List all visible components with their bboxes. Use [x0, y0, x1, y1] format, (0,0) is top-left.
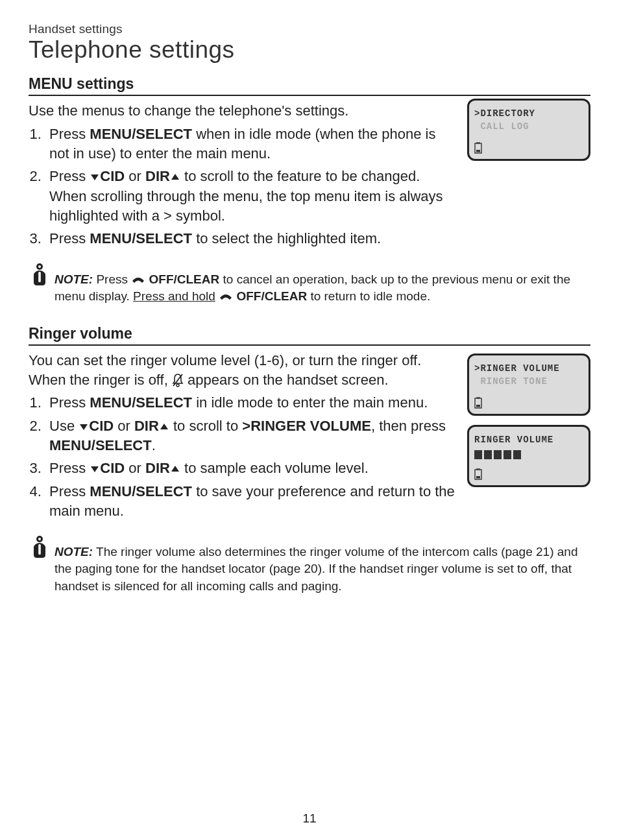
info-icon [29, 263, 51, 285]
section-heading: MENU settings [29, 75, 590, 96]
step: Press CID or DIR to scroll to the featur… [45, 167, 470, 226]
volume-bar [474, 450, 482, 459]
note-text: The ringer volume also determines the ri… [55, 545, 577, 593]
volume-bar [494, 450, 502, 459]
phone-off-icon [219, 291, 233, 302]
lcd-screen-ringer-volume: RINGER VOLUME [467, 425, 590, 487]
svg-marker-19 [171, 466, 179, 472]
step: Press MENU/SELECT to select the highligh… [45, 229, 470, 248]
svg-rect-6 [38, 272, 41, 282]
section-intro: You can set the ringer volume level (1-6… [29, 351, 470, 389]
svg-rect-21 [38, 544, 41, 555]
up-triangle-icon [170, 464, 180, 474]
battery-icon [474, 468, 482, 480]
lcd-line: >RINGER VOLUME [474, 362, 583, 375]
page-title: Telephone settings [29, 36, 590, 64]
bell-off-icon [172, 373, 184, 387]
note-label: NOTE: [55, 272, 93, 286]
step: Press MENU/SELECT to save your preferenc… [45, 482, 470, 522]
lcd-line: RINGER TONE [474, 375, 583, 388]
battery-icon [474, 142, 482, 154]
svg-point-22 [38, 538, 41, 540]
svg-point-7 [38, 265, 41, 268]
step: Press MENU/SELECT when in idle mode (whe… [45, 125, 470, 164]
steps-list-menu: Press MENU/SELECT when in idle mode (whe… [29, 125, 470, 249]
svg-marker-3 [91, 174, 99, 180]
volume-bars [474, 449, 583, 459]
info-icon [29, 536, 51, 558]
volume-bar [484, 450, 492, 459]
phone-off-icon [131, 274, 145, 285]
lcd-screen-ringer-menu: >RINGER VOLUME RINGER TONE [467, 354, 590, 416]
breadcrumb: Handset settings [29, 22, 590, 36]
up-triangle-icon [170, 172, 180, 182]
lcd-screen-main-menu: >DIRECTORY CALL LOG [467, 99, 590, 161]
up-triangle-icon [159, 422, 169, 432]
svg-rect-13 [476, 476, 480, 479]
section-heading: Ringer volume [29, 325, 590, 346]
lcd-line: RINGER VOLUME [474, 433, 583, 446]
down-triangle-icon [90, 172, 100, 182]
lcd-line: >DIRECTORY [474, 107, 583, 120]
svg-rect-2 [476, 150, 480, 152]
down-triangle-icon [79, 422, 89, 432]
note: NOTE: The ringer volume also determines … [29, 544, 590, 595]
svg-point-14 [176, 384, 179, 387]
svg-marker-4 [171, 174, 179, 180]
steps-list-ringer: Press MENU/SELECT in idle mode to enter … [29, 393, 470, 521]
step: Use CID or DIR to scroll to >RINGER VOLU… [45, 416, 470, 456]
down-triangle-icon [90, 464, 100, 474]
volume-bar [513, 450, 521, 459]
page-number: 11 [0, 811, 619, 826]
step: Press MENU/SELECT in idle mode to enter … [45, 393, 470, 413]
svg-rect-10 [476, 405, 480, 407]
lcd-line: CALL LOG [474, 120, 583, 133]
volume-bar [504, 450, 511, 459]
battery-icon [474, 397, 482, 409]
svg-marker-17 [160, 424, 168, 429]
svg-marker-16 [80, 424, 88, 430]
note-label: NOTE: [55, 545, 93, 558]
step: Press CID or DIR to sample each volume l… [45, 459, 470, 478]
note: NOTE: Press OFF/CLEAR to cancel an opera… [29, 271, 590, 306]
svg-marker-18 [91, 466, 99, 472]
